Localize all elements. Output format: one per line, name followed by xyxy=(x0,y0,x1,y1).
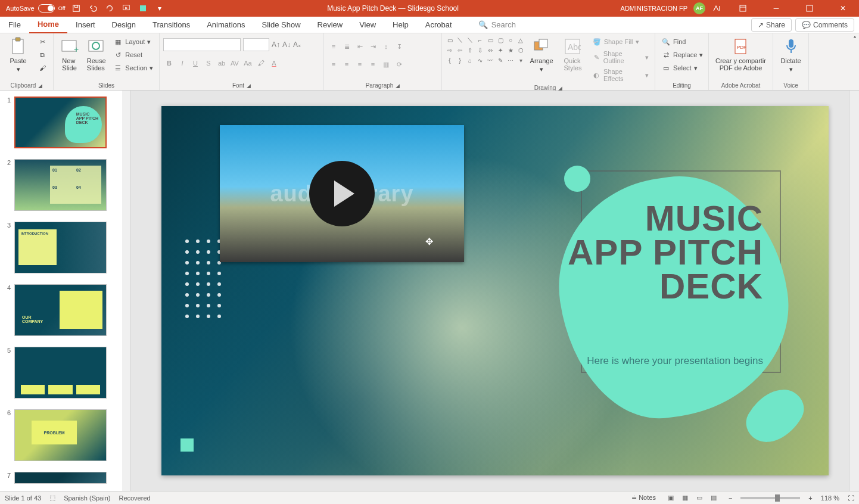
slide-editor[interactable]: MUSIC APP PITCH DECK Here is where your … xyxy=(131,91,859,491)
zoom-in-button[interactable]: + xyxy=(808,494,812,502)
save-icon[interactable] xyxy=(70,2,82,14)
smartart-button[interactable]: ⟳ xyxy=(393,58,405,70)
select-button[interactable]: ▭Select▾ xyxy=(659,62,705,74)
increase-font-icon[interactable]: A↑ xyxy=(272,41,280,49)
shape-curve-icon[interactable]: 〰 xyxy=(486,56,494,64)
dialog-launcher-icon[interactable]: ◢ xyxy=(558,85,562,91)
normal-view-icon[interactable]: ▣ xyxy=(664,493,677,503)
paste-button[interactable]: Paste▾ xyxy=(4,36,33,74)
dictate-button[interactable]: Dictate▾ xyxy=(777,36,805,74)
line-spacing-button[interactable]: ↕ xyxy=(380,41,392,52)
tab-home[interactable]: Home xyxy=(29,17,67,33)
slideshow-view-icon[interactable]: ▤ xyxy=(707,493,720,503)
autosave-toggle[interactable]: AutoSave Off xyxy=(6,4,66,13)
tab-help[interactable]: Help xyxy=(384,17,417,33)
slide-thumb-7[interactable] xyxy=(14,472,107,484)
reset-button[interactable]: ↺Reset xyxy=(111,49,155,61)
shadow-button[interactable]: ab xyxy=(216,57,228,69)
start-from-beginning-icon[interactable] xyxy=(120,2,132,14)
slide-thumb-1[interactable]: MUSIC APP PITCH DECK xyxy=(14,97,107,148)
shape-connector-icon[interactable]: ⌐ xyxy=(476,36,484,44)
new-slide-button[interactable]: + New Slide xyxy=(57,36,82,73)
shape-line-icon[interactable]: ＼ xyxy=(456,36,464,44)
shape-freeform-icon[interactable]: ∿ xyxy=(476,56,484,64)
redo-icon[interactable] xyxy=(104,2,116,14)
italic-button[interactable]: I xyxy=(176,57,188,69)
quick-styles-button[interactable]: Abc Quick Styles xyxy=(558,36,587,73)
underline-button[interactable]: U xyxy=(189,57,201,69)
shape-star4-icon[interactable]: ✦ xyxy=(496,46,505,54)
font-family-select[interactable] xyxy=(163,38,241,51)
shape-arrow-u-icon[interactable]: ⇧ xyxy=(466,46,474,54)
undo-icon[interactable] xyxy=(87,2,99,14)
shape-arrow-lr-icon[interactable]: ⇔ xyxy=(486,46,494,54)
maximize-icon[interactable] xyxy=(796,0,823,17)
shape-textbox-icon[interactable]: ▭ xyxy=(446,36,454,44)
collapse-ribbon-icon[interactable]: ˄ xyxy=(851,33,859,90)
share-button[interactable]: ↗Share xyxy=(751,18,792,32)
video-object[interactable]: audio library ✥ xyxy=(220,125,464,262)
slide-thumb-2[interactable]: 0102 0304 xyxy=(14,159,107,211)
coming-soon-icon[interactable] xyxy=(711,2,723,14)
columns-button[interactable]: ▥ xyxy=(380,58,392,70)
char-spacing-button[interactable]: AV xyxy=(229,57,241,69)
dialog-launcher-icon[interactable]: ◢ xyxy=(396,83,400,89)
fit-to-window-icon[interactable]: ⛶ xyxy=(848,494,854,502)
video-play-button[interactable] xyxy=(309,161,375,226)
text-direction-button[interactable]: ↧ xyxy=(393,41,405,52)
cut-button[interactable]: ✂ xyxy=(35,36,49,48)
tab-slideshow[interactable]: Slide Show xyxy=(253,17,309,33)
shape-dropdown-icon[interactable]: ▾ xyxy=(516,56,525,64)
bullets-button[interactable]: ≡ xyxy=(328,41,340,52)
reuse-slides-button[interactable]: Reuse Slides xyxy=(84,36,108,73)
ribbon-display-icon[interactable] xyxy=(729,0,757,17)
shape-roundrect-icon[interactable]: ▢ xyxy=(496,36,505,44)
slide-thumb-6[interactable]: PROBLEM xyxy=(14,409,107,461)
shape-line2-icon[interactable]: ＼ xyxy=(466,36,474,44)
language-indicator[interactable]: Spanish (Spain) xyxy=(64,494,110,502)
shapes-gallery[interactable]: ▭ ＼ ＼ ⌐ ▭ ▢ ○ △ ⇨ ⇦ ⇧ ⇩ ⇔ ✦ ★ ⬡ { } ⌂ ∿ xyxy=(446,36,525,64)
tab-file[interactable]: File xyxy=(0,17,29,33)
layout-button[interactable]: ▦Layout▾ xyxy=(111,36,155,48)
dialog-launcher-icon[interactable]: ◢ xyxy=(247,83,251,89)
tab-transitions[interactable]: Transitions xyxy=(144,17,198,33)
font-color-button[interactable]: A xyxy=(268,57,280,69)
comments-button[interactable]: 💬Comments xyxy=(795,18,854,32)
replace-button[interactable]: ⇄Replace▾ xyxy=(659,49,705,61)
adobe-pdf-button[interactable]: PDF Crear y compartir PDF de Adobe xyxy=(712,36,769,73)
slide-thumb-3[interactable]: INTRODUCTION xyxy=(14,222,107,273)
bold-button[interactable]: B xyxy=(163,57,175,69)
slide-counter[interactable]: Slide 1 of 43 xyxy=(5,494,41,502)
justify-button[interactable]: ≡ xyxy=(367,58,379,70)
find-button[interactable]: 🔍Find xyxy=(659,36,705,48)
section-button[interactable]: ☰Section▾ xyxy=(111,62,155,74)
shape-arrow-r-icon[interactable]: ⇨ xyxy=(446,46,454,54)
shape-rect-icon[interactable]: ▭ xyxy=(486,36,494,44)
tab-acrobat[interactable]: Acrobat xyxy=(417,17,460,33)
shape-effects-button[interactable]: ◐Shape Effects▾ xyxy=(590,67,651,83)
notes-button[interactable]: ≐ Notes xyxy=(631,494,656,502)
shape-outline-button[interactable]: ✎Shape Outline▾ xyxy=(590,49,651,66)
tab-view[interactable]: View xyxy=(351,17,384,33)
align-right-button[interactable]: ≡ xyxy=(354,58,366,70)
close-icon[interactable]: ✕ xyxy=(829,0,857,17)
zoom-level[interactable]: 118 % xyxy=(821,494,839,502)
customize-qat-icon[interactable]: ▾ xyxy=(154,2,166,14)
zoom-out-button[interactable]: − xyxy=(729,494,732,502)
arrange-button[interactable]: Arrange▾ xyxy=(527,36,556,74)
shape-oval-icon[interactable]: ○ xyxy=(506,36,515,44)
shape-hex-icon[interactable]: ⬡ xyxy=(516,46,525,54)
editor-scrollbar-v[interactable] xyxy=(849,91,859,491)
slide-subtitle[interactable]: Here is where your presentation begins xyxy=(587,355,763,367)
numbering-button[interactable]: ≣ xyxy=(341,41,353,52)
slide-title[interactable]: MUSIC APP PITCH DECK xyxy=(568,201,763,303)
tab-animations[interactable]: Animations xyxy=(198,17,253,33)
user-avatar[interactable]: AF xyxy=(693,2,705,14)
minimize-icon[interactable]: ─ xyxy=(762,0,790,17)
shape-arrow-l-icon[interactable]: ⇦ xyxy=(456,46,464,54)
shape-brace-icon[interactable]: { xyxy=(446,56,454,64)
accessibility-icon[interactable]: ⬚ xyxy=(49,494,55,502)
format-painter-button[interactable]: 🖌 xyxy=(35,62,49,74)
tab-design[interactable]: Design xyxy=(104,17,144,33)
highlight-button[interactable]: 🖍 xyxy=(255,57,267,69)
